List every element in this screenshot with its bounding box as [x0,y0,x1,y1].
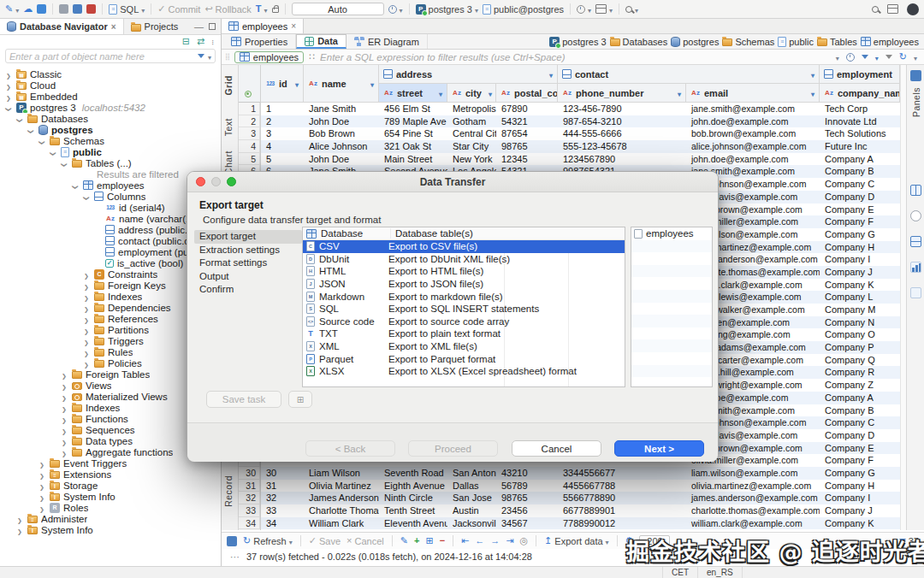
cell-id[interactable]: 4 [261,140,304,153]
cell-company-name[interactable]: Company G [820,467,900,480]
twisty-icon[interactable] [82,325,91,335]
row-number[interactable]: 33 [239,504,260,517]
row-number[interactable]: 1 [239,103,260,115]
twisty-icon[interactable] [4,69,13,80]
column-header-postal-code[interactable]: postal_code [496,84,558,103]
twisty-icon[interactable] [38,458,46,469]
delete-row-icon[interactable]: − [440,536,445,546]
task-icon-button[interactable]: ⊞ [288,391,312,408]
twisty-icon[interactable] [82,269,91,280]
cell-phone-number[interactable]: 1234567890 [558,153,686,166]
clear-filter-icon[interactable] [886,55,892,59]
cell-city[interactable]: Gotham [447,115,496,128]
chevron-down-icon[interactable] [875,52,879,62]
cell-email[interactable]: alice.johnson@example.com [686,140,820,153]
cell-street[interactable]: 321 Oak St [379,140,447,153]
breadcrumb-item[interactable]: Databases [610,37,668,47]
compare-icon[interactable] [577,4,591,15]
tab-text[interactable]: Text [223,118,234,136]
cell-company-name[interactable]: Company G [820,228,900,241]
cell-street[interactable]: Main Street [379,153,447,166]
cell-company-name[interactable]: Company C [820,416,900,429]
row-number[interactable]: 5 [239,153,260,166]
tree-item[interactable]: Embedded [0,91,221,102]
cell-postal-code[interactable]: 98765 [496,492,558,504]
cell-id[interactable]: 5 [261,153,304,166]
cell-city[interactable]: Jacksonville [447,517,496,530]
sql-editor-button[interactable]: SQL [109,4,145,15]
tree-item[interactable]: Roles [0,502,221,513]
cell-street[interactable]: 789 Maple Ave [379,115,447,128]
row-number[interactable]: 34 [239,517,260,530]
export-format-row[interactable]: XML Export to XML file(s) [303,340,625,353]
cell-phone-number[interactable]: 987-654-3210 [558,115,686,128]
column-header-street[interactable]: street [379,84,447,103]
cell-email[interactable]: olivia.martinez@example.com [686,480,820,492]
cell-email[interactable]: jane.smith@example.com [686,103,820,115]
twisty-icon[interactable] [60,447,68,457]
twisty-icon[interactable] [82,347,91,357]
column-group-employ[interactable]: employment [820,65,900,84]
next-row-icon[interactable]: → [490,536,500,546]
twisty-icon[interactable] [38,503,46,513]
cell-email[interactable]: john.doe@example.com [686,153,820,166]
table-row[interactable]: 2 John Doe 789 Maple Ave Gotham 54321 98… [261,115,900,128]
export-format-row[interactable]: DbUnit Export to DbUnit XML file(s) [303,253,625,266]
export-format-row[interactable]: HTML Export to HTML file(s) [303,265,625,278]
table-row[interactable]: 1 Jane Smith 456 Elm St Metropolis 67890… [261,103,900,115]
export-format-row[interactable]: Markdown Export to markdown file(s) [303,290,625,303]
cell-phone-number[interactable]: 444-555-6666 [558,127,686,140]
cell-company-name[interactable]: Company K [820,517,900,530]
cell-city[interactable]: San Jose [447,492,496,504]
value-panel-icon[interactable] [910,185,921,196]
column-header-city[interactable]: city [447,84,496,103]
twisty-icon[interactable] [27,125,35,135]
refresh-icon[interactable]: ↻ [899,52,907,62]
cell-company-name[interactable]: Tech Solutions [820,127,900,140]
cell-email[interactable]: john.doe@example.com [686,115,820,128]
cell-company-name[interactable]: Company M [820,304,900,316]
cell-street[interactable]: Eleventh Avenue [379,517,447,530]
twisty-icon[interactable] [82,280,91,291]
cell-company-name[interactable]: Company D [820,191,900,203]
last-row-icon[interactable]: ⇥ [506,536,513,546]
rollback-button[interactable]: ↩Rollback [204,4,251,15]
cell-id[interactable]: 2 [261,115,304,128]
source-item[interactable]: employees [631,227,712,240]
new-object-icon[interactable]: ✎ [5,4,19,15]
table-row[interactable]: 31 Olivia Martinez Eighth Avenue Dallas … [261,480,900,492]
active-connection-select[interactable]: postgres 3 [416,4,478,15]
search-menu-icon[interactable] [625,4,638,15]
add-row-icon[interactable]: + [414,536,419,546]
tree-item[interactable]: postgres [0,124,221,135]
minimize-icon[interactable]: — [194,21,204,32]
cell-company-name[interactable]: Company H [820,480,900,492]
active-schema-select[interactable]: public@postgres [483,4,564,15]
save-button[interactable]: ✓Save [309,536,341,546]
cell-company-name[interactable]: Company I [820,253,900,266]
wizard-step[interactable]: Format settings [194,257,302,270]
cell-company-name[interactable]: Company F [820,454,900,467]
cell-company-name[interactable]: Company A [820,153,900,166]
open-folder-icon[interactable] [37,4,46,14]
export-format-row[interactable]: Source code Export to source code array [303,316,625,328]
panel-toggle-icon[interactable] [227,536,237,546]
cell-city[interactable]: Star City [447,140,496,153]
cell-name[interactable]: William Clark [304,517,379,530]
cell-postal-code[interactable]: 54321 [496,115,558,128]
table-row[interactable]: 34 William Clark Eleventh Avenue Jackson… [261,517,900,530]
cell-name[interactable]: Charlotte Thomas [304,504,379,517]
tree-item[interactable]: Extensions [0,469,221,480]
save-task-button[interactable]: Save task [206,391,281,408]
table-row[interactable]: 4 Alice Johnson 321 Oak St Star City 987… [261,140,900,153]
twisty-icon[interactable] [15,525,24,535]
breadcrumb-item[interactable]: public [778,37,814,47]
export-data-button[interactable]: ↥Export data [544,536,609,546]
editor-subtab[interactable]: Data [296,34,346,49]
cell-company-name[interactable]: Company N [820,316,900,329]
filter-chevron-icon[interactable] [811,88,814,98]
aggregate-panel-icon[interactable] [910,262,921,273]
references-panel-icon[interactable] [910,210,921,221]
cell-company-name[interactable]: Company O [820,328,900,341]
cell-city[interactable]: San Antonio [447,467,496,480]
